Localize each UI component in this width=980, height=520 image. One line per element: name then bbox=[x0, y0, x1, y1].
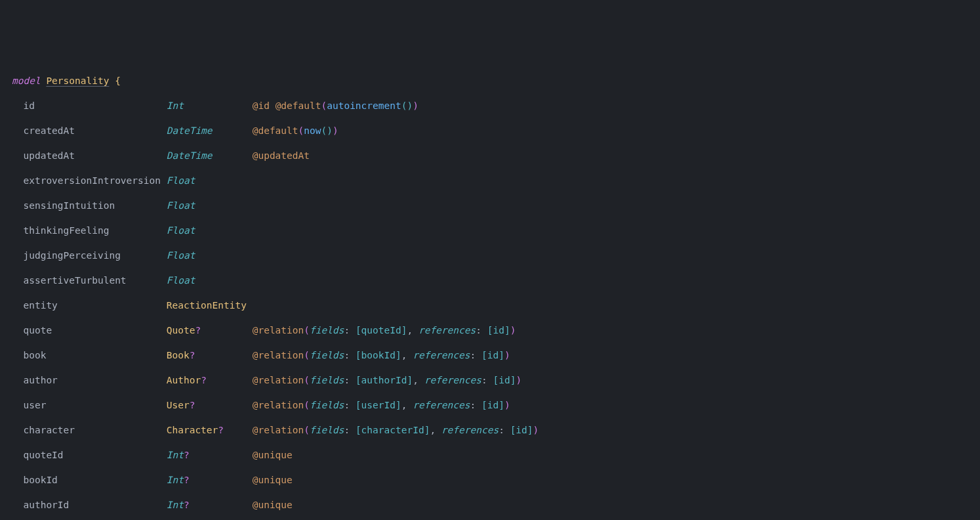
field-character: character Character? @relation(fields: [… bbox=[0, 424, 980, 437]
field-sensing: sensingIntuition Float bbox=[0, 200, 980, 212]
field-author: author Author? @relation(fields: [author… bbox=[0, 374, 980, 387]
code-editor[interactable]: model Personality { id Int @id @default(… bbox=[0, 50, 980, 520]
field-updatedAt: updatedAt DateTime @updatedAt bbox=[0, 150, 980, 162]
field-book: book Book? @relation(fields: [bookId], r… bbox=[0, 349, 980, 362]
model-declaration: model Personality { bbox=[0, 75, 980, 87]
field-quote: quote Quote? @relation(fields: [quoteId]… bbox=[0, 324, 980, 337]
field-thinking: thinkingFeeling Float bbox=[0, 225, 980, 237]
field-judging: judgingPerceiving Float bbox=[0, 249, 980, 262]
field-assertive: assertiveTurbulent Float bbox=[0, 274, 980, 287]
keyword-model: model bbox=[12, 76, 41, 86]
field-quoteId: quoteId Int? @unique bbox=[0, 449, 980, 462]
field-id: id Int @id @default(autoincrement()) bbox=[0, 100, 980, 112]
field-user: user User? @relation(fields: [userId], r… bbox=[0, 399, 980, 412]
field-entity: entity ReactionEntity bbox=[0, 299, 980, 312]
open-brace: { bbox=[115, 76, 121, 86]
field-authorId: authorId Int? @unique bbox=[0, 499, 980, 511]
model-name: Personality bbox=[46, 76, 109, 86]
field-extroversion: extroversionIntroversion Float bbox=[0, 175, 980, 187]
field-createdAt: createdAt DateTime @default(now()) bbox=[0, 125, 980, 137]
field-bookId: bookId Int? @unique bbox=[0, 474, 980, 487]
